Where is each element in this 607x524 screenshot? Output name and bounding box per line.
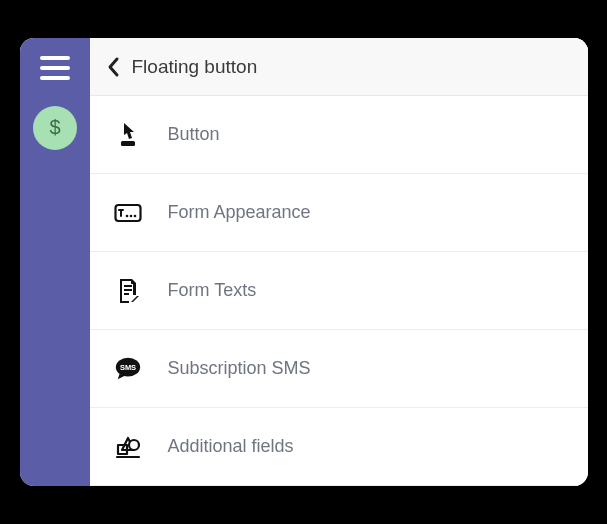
menu-item-label: Additional fields bbox=[168, 436, 294, 457]
svg-point-3 bbox=[125, 214, 128, 217]
back-button[interactable] bbox=[106, 56, 120, 78]
menu-item-label: Button bbox=[168, 124, 220, 145]
document-edit-icon bbox=[114, 277, 142, 305]
shapes-icon bbox=[114, 433, 142, 461]
menu-item-form-appearance[interactable]: Form Appearance bbox=[90, 174, 588, 252]
pointer-icon bbox=[114, 121, 142, 149]
menu-item-additional-fields[interactable]: Additional fields bbox=[90, 408, 588, 486]
svg-text:$: $ bbox=[49, 117, 60, 138]
svg-point-4 bbox=[129, 214, 132, 217]
menu-item-subscription-sms[interactable]: SMS Subscription SMS bbox=[90, 330, 588, 408]
main-panel: Floating button Button bbox=[90, 38, 588, 486]
menu-item-label: Subscription SMS bbox=[168, 358, 311, 379]
sidebar: $ bbox=[20, 38, 90, 486]
menu-list: Button Form Appearance bbox=[90, 96, 588, 486]
menu-item-label: Form Texts bbox=[168, 280, 257, 301]
menu-item-button[interactable]: Button bbox=[90, 96, 588, 174]
svg-rect-1 bbox=[121, 141, 135, 146]
svg-point-13 bbox=[129, 440, 139, 450]
text-box-icon bbox=[114, 199, 142, 227]
dollar-badge[interactable]: $ bbox=[33, 106, 77, 150]
panel-header: Floating button bbox=[90, 38, 588, 96]
svg-point-5 bbox=[133, 214, 136, 217]
app-frame: $ Floating button Button bbox=[20, 38, 588, 486]
menu-icon[interactable] bbox=[40, 56, 70, 80]
dollar-icon: $ bbox=[48, 117, 62, 139]
panel-title: Floating button bbox=[132, 56, 258, 78]
svg-text:SMS: SMS bbox=[119, 362, 135, 371]
chevron-left-icon bbox=[106, 56, 120, 78]
menu-item-label: Form Appearance bbox=[168, 202, 311, 223]
sms-icon: SMS bbox=[114, 355, 142, 383]
svg-rect-2 bbox=[115, 205, 140, 221]
menu-item-form-texts[interactable]: Form Texts bbox=[90, 252, 588, 330]
